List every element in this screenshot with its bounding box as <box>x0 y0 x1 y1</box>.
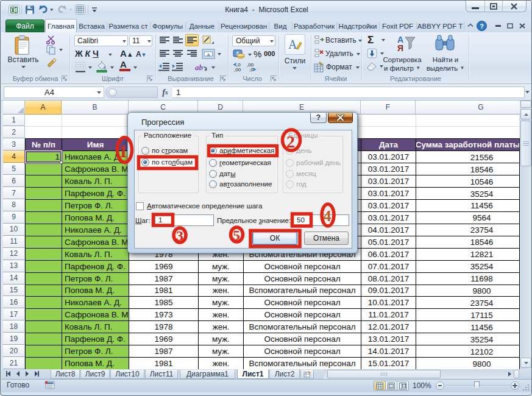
svg-text:2: 2 <box>286 132 295 151</box>
svg-text:4: 4 <box>324 207 332 225</box>
svg-text:1: 1 <box>119 141 128 161</box>
svg-text:3: 3 <box>176 228 183 244</box>
svg-text:5: 5 <box>233 227 240 243</box>
